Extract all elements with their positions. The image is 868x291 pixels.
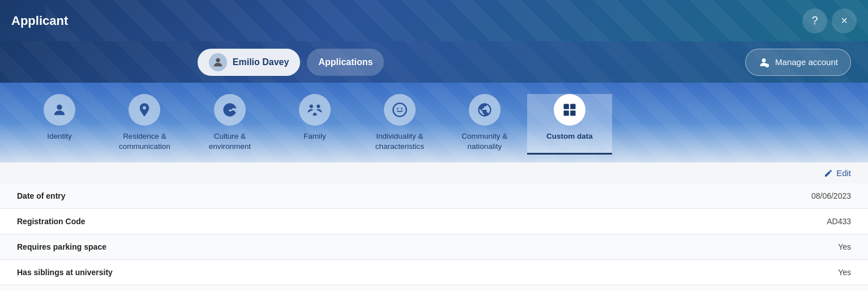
tab-custom-label: Custom data <box>546 131 593 142</box>
svg-rect-12 <box>563 110 568 115</box>
row-value: 08/06/2023 <box>434 183 869 209</box>
svg-point-8 <box>397 108 399 109</box>
tab-community[interactable]: Community &nationality <box>442 94 527 162</box>
table-row: Has siblings at university Yes <box>0 260 868 285</box>
user-name: Emilio Davey <box>233 57 289 67</box>
tab-community-label: Community &nationality <box>461 131 507 151</box>
svg-rect-11 <box>570 104 575 109</box>
table-row: Registration Code AD433 <box>0 209 868 234</box>
row-label: Number of siblings at university <box>0 285 434 291</box>
app-title: Applicant <box>11 14 68 28</box>
svg-point-3 <box>57 105 62 110</box>
svg-point-1 <box>762 58 766 62</box>
nav-right: Manage account <box>745 49 851 76</box>
tab-family[interactable]: Family <box>272 94 357 153</box>
tab-custom[interactable]: Custom data <box>527 94 612 155</box>
manage-account-icon <box>758 57 769 68</box>
close-button[interactable]: × <box>832 8 857 33</box>
row-value: Yes <box>434 260 869 285</box>
applications-label: Applications <box>318 57 373 67</box>
culture-icon <box>214 94 246 126</box>
table-row: Number of siblings at university <box>0 285 868 291</box>
row-value <box>434 285 869 291</box>
data-table: Date of entry 08/06/2023 Registration Co… <box>0 183 868 291</box>
tab-individuality[interactable]: Individuality &characteristics <box>357 94 442 162</box>
user-nav-pill[interactable]: Emilio Davey <box>198 49 301 76</box>
help-button[interactable]: ? <box>802 8 827 33</box>
header-nav: Emilio Davey Applications Manage account <box>0 41 868 83</box>
row-value: AD433 <box>434 209 869 234</box>
tab-identity-label: Identity <box>47 131 72 142</box>
tab-residence[interactable]: Residence &communication <box>102 94 187 162</box>
title-bar-actions: ? × <box>802 8 857 33</box>
identity-icon <box>44 94 75 126</box>
row-label: Date of entry <box>0 183 434 209</box>
custom-icon <box>554 94 585 126</box>
family-icon <box>299 94 331 126</box>
svg-point-4 <box>309 105 313 108</box>
residence-icon <box>129 94 160 126</box>
svg-point-9 <box>401 108 403 109</box>
manage-account-label: Manage account <box>775 57 838 67</box>
edit-label: Edit <box>836 168 851 178</box>
tab-individuality-label: Individuality &characteristics <box>375 131 424 151</box>
tab-identity[interactable]: Identity <box>17 94 102 153</box>
svg-point-0 <box>216 58 220 62</box>
tabs-row: Identity Residence &communication Cultur… <box>0 94 868 162</box>
edit-icon <box>824 169 833 178</box>
tab-family-label: Family <box>303 131 326 142</box>
content-area: Edit Date of entry 08/06/2023 Registrati… <box>0 162 868 291</box>
applications-nav-pill[interactable]: Applications <box>307 49 384 76</box>
nav-center: Emilio Davey Applications <box>198 49 384 76</box>
avatar <box>209 53 227 71</box>
row-value: Yes <box>434 234 869 260</box>
title-bar: Applicant ? × <box>0 0 868 41</box>
table-row: Date of entry 08/06/2023 <box>0 183 868 209</box>
row-label: Requires parking space <box>0 234 434 260</box>
svg-rect-13 <box>570 110 575 115</box>
manage-account-button[interactable]: Manage account <box>745 49 851 76</box>
individuality-icon <box>384 94 416 126</box>
table-row: Requires parking space Yes <box>0 234 868 260</box>
edit-bar: Edit <box>0 162 868 183</box>
svg-point-5 <box>317 105 320 108</box>
row-label: Has siblings at university <box>0 260 434 285</box>
edit-button[interactable]: Edit <box>824 168 851 178</box>
tab-culture[interactable]: Culture &environment <box>187 94 272 162</box>
tab-culture-label: Culture &environment <box>209 131 251 151</box>
tab-residence-label: Residence &communication <box>119 131 170 151</box>
svg-rect-10 <box>563 104 568 109</box>
community-icon <box>469 94 501 126</box>
row-label: Registration Code <box>0 209 434 234</box>
tabs-section: Identity Residence &communication Cultur… <box>0 83 868 162</box>
svg-point-7 <box>393 103 406 116</box>
